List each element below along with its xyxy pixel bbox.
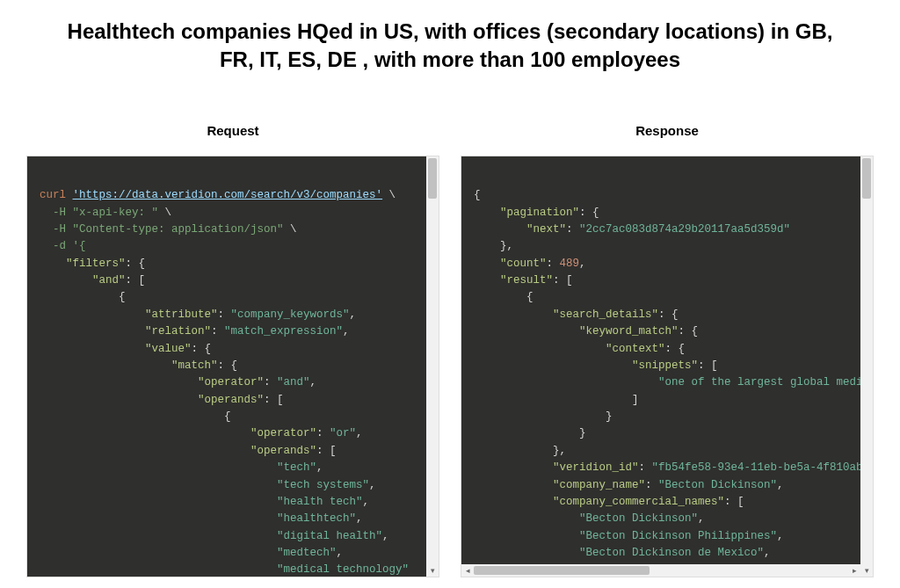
count-value: 489 bbox=[560, 258, 580, 270]
scroll-right-icon[interactable]: ▸ bbox=[848, 564, 860, 577]
scroll-thumb[interactable] bbox=[474, 566, 650, 575]
request-url: 'https://data.veridion.com/search/v3/com… bbox=[73, 189, 383, 201]
request-code-wrap: curl 'https://data.veridion.com/search/v… bbox=[26, 156, 439, 577]
columns: Request curl 'https://data.veridion.com/… bbox=[26, 123, 874, 577]
scroll-thumb[interactable] bbox=[428, 158, 437, 199]
response-code-wrap: { "pagination": { "next": "2cc7ac083d874… bbox=[461, 156, 874, 577]
commercial-name-0: "Becton Dickinson" bbox=[579, 512, 698, 525]
operand-1: "tech systems" bbox=[277, 479, 369, 491]
header-0: "x-api-key: " bbox=[73, 207, 159, 219]
scroll-thumb[interactable] bbox=[862, 158, 871, 199]
commercial-name-2: "Becton Dickinson de Mexico" bbox=[579, 547, 764, 559]
operand-2: "health tech" bbox=[277, 496, 363, 508]
company-name: "Becton Dickinson" bbox=[658, 479, 777, 491]
curl-cmd: curl bbox=[40, 189, 66, 201]
request-column: Request curl 'https://data.veridion.com/… bbox=[26, 123, 439, 577]
scroll-down-icon[interactable]: ▾ bbox=[426, 564, 439, 577]
scroll-left-icon[interactable]: ◂ bbox=[461, 564, 474, 577]
response-column: Response { "pagination": { "next": "2cc7… bbox=[461, 123, 874, 577]
response-label: Response bbox=[461, 123, 874, 138]
response-vscroll[interactable]: ▾ bbox=[860, 156, 873, 577]
request-code[interactable]: curl 'https://data.veridion.com/search/v… bbox=[27, 156, 426, 577]
page-title: Healthtech companies HQed in US, with of… bbox=[54, 18, 846, 75]
scroll-down-icon[interactable]: ▾ bbox=[860, 564, 873, 577]
header-1: "Content-type: application/json" bbox=[73, 223, 284, 236]
request-label: Request bbox=[26, 123, 439, 138]
operand-0: "tech" bbox=[277, 461, 316, 474]
operand-4: "digital health" bbox=[277, 530, 382, 542]
snippet-0: "one of the largest global medical te bbox=[658, 376, 860, 388]
response-hscroll[interactable]: ◂ ▸ bbox=[461, 564, 860, 577]
veridion-id: "fb54fe58-93e4-11eb-be5a-4f810ab55f2e" bbox=[652, 461, 860, 474]
operand-5: "medtech" bbox=[277, 547, 337, 559]
request-vscroll[interactable]: ▾ bbox=[426, 156, 439, 577]
response-code[interactable]: { "pagination": { "next": "2cc7ac083d874… bbox=[461, 156, 860, 577]
commercial-name-1: "Becton Dickinson Philippines" bbox=[579, 530, 777, 542]
operand-3: "healthtech" bbox=[277, 512, 356, 525]
operand-6: "medical technology" bbox=[277, 563, 409, 576]
